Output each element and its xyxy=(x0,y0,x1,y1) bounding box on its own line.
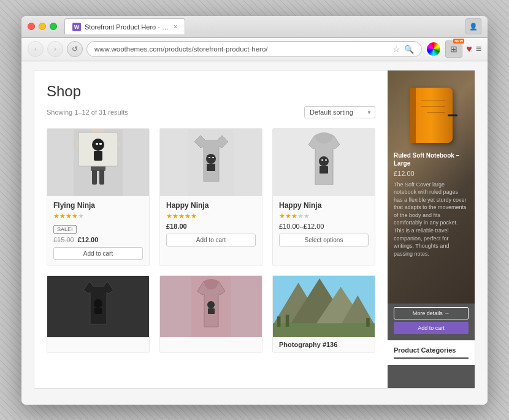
product-info-pink-hoodie xyxy=(160,337,262,345)
select-options-button[interactable]: Select options xyxy=(279,234,369,246)
pink-hoodie-svg xyxy=(191,277,231,337)
product-image-flying-ninja xyxy=(47,129,149,196)
showing-text: Showing 1–12 of 31 results xyxy=(47,109,128,116)
close-button[interactable] xyxy=(28,23,35,30)
sort-wrapper: Default sorting Sort by popularity Sort … xyxy=(304,106,375,118)
svg-rect-18 xyxy=(320,166,328,174)
forward-icon: › xyxy=(54,45,56,53)
product-image-photography xyxy=(273,276,375,337)
product-card-happy-ninja-1: Happy Ninja ★★★★★ £18.00 Add to cart xyxy=(159,128,262,265)
refresh-icon: ↺ xyxy=(72,45,78,53)
new-feature-button[interactable]: ⊞ NEW xyxy=(445,40,462,58)
forward-button[interactable]: › xyxy=(47,41,63,57)
notebook-spine xyxy=(410,88,416,143)
svg-rect-15 xyxy=(212,157,214,158)
hero-product-name: Ruled Soft Notebook – Large xyxy=(394,151,469,167)
shop-sidebar: Ruled Soft Notebook – Large £12.00 The S… xyxy=(388,71,475,388)
product-info-black-tshirt xyxy=(47,337,149,345)
svg-rect-9 xyxy=(96,143,98,145)
notebook-container xyxy=(388,71,475,148)
svg-point-22 xyxy=(94,299,102,308)
refresh-button[interactable]: ↺ xyxy=(67,41,83,57)
product-image-happy-ninja-2 xyxy=(273,129,375,196)
happy-ninja-tshirt-svg xyxy=(188,129,234,196)
landscape-svg xyxy=(273,277,375,337)
original-price-flying-ninja: £15.00 xyxy=(53,236,74,243)
browser-content: Shop Showing 1–12 of 31 results Default … xyxy=(21,61,488,405)
shop-meta: Showing 1–12 of 31 results Default sorti… xyxy=(47,106,375,118)
product-name-photography: Photography #136 xyxy=(279,341,369,348)
notebook-image xyxy=(410,88,453,143)
tab-bar: W Storefront Product Hero - … × xyxy=(64,18,465,34)
add-to-cart-happy-ninja-1[interactable]: Add to cart xyxy=(166,234,256,246)
product-name-happy-ninja-2: Happy Ninja xyxy=(279,201,369,210)
product-stars-happy-ninja-2: ★★★★★ xyxy=(279,212,369,220)
product-grid-row2: Photography #136 xyxy=(47,275,375,353)
traffic-lights xyxy=(28,23,57,30)
title-bar: W Storefront Product Hero - … × 👤 xyxy=(21,16,488,38)
add-to-cart-hero-button[interactable]: Add to cart xyxy=(394,322,469,334)
active-tab[interactable]: W Storefront Product Hero - … × xyxy=(64,18,185,34)
menu-button[interactable]: ≡ xyxy=(476,44,481,55)
svg-rect-19 xyxy=(321,159,323,161)
svg-rect-34 xyxy=(286,315,289,326)
user-profile-button[interactable]: 👤 xyxy=(465,18,481,34)
person-icon: 👤 xyxy=(469,23,478,31)
happy-ninja-hoodie-svg xyxy=(301,129,347,196)
price-row-happy-ninja-1: £18.00 xyxy=(166,223,256,230)
svg-rect-33 xyxy=(277,316,281,327)
bookmark-icon[interactable]: ☆ xyxy=(392,44,400,54)
svg-rect-26 xyxy=(208,308,215,314)
product-image-happy-ninja-1 xyxy=(160,129,262,196)
back-button[interactable]: ‹ xyxy=(28,41,44,57)
shop-title: Shop xyxy=(47,83,375,100)
product-info-flying-ninja: Flying Ninja ★★★★★ SALE! £15.00 £12.00 A… xyxy=(47,196,149,265)
sidebar-hero: Ruled Soft Notebook – Large £12.00 The S… xyxy=(388,71,475,304)
svg-point-12 xyxy=(206,154,216,164)
svg-rect-23 xyxy=(94,308,102,314)
address-bar[interactable]: www.woothemes.com/products/storefront-pr… xyxy=(86,41,422,57)
product-name-flying-ninja: Flying Ninja xyxy=(53,201,143,210)
shop-main: Shop Showing 1–12 of 31 results Default … xyxy=(34,71,388,388)
nav-bar: ‹ › ↺ www.woothemes.com/products/storefr… xyxy=(21,38,488,61)
sale-price-flying-ninja: £12.00 xyxy=(78,236,99,243)
product-grid-row1: Flying Ninja ★★★★★ SALE! £15.00 £12.00 A… xyxy=(47,128,375,265)
search-icon[interactable]: 🔍 xyxy=(404,45,414,54)
svg-rect-10 xyxy=(99,143,102,145)
back-icon: ‹ xyxy=(34,45,37,53)
favorites-button[interactable]: ♥ xyxy=(466,44,472,55)
maximize-button[interactable] xyxy=(50,23,57,30)
tab-favicon: W xyxy=(72,23,81,31)
hero-text-area: Ruled Soft Notebook – Large £12.00 The S… xyxy=(388,148,475,304)
svg-rect-13 xyxy=(207,164,215,171)
hero-description: The Soft Cover large notebook with ruled… xyxy=(394,181,469,258)
product-card-photography: Photography #136 xyxy=(272,275,375,353)
svg-rect-8 xyxy=(94,151,102,161)
camera-button[interactable] xyxy=(426,41,442,57)
notebook-elastic xyxy=(448,114,457,116)
product-info-happy-ninja-1: Happy Ninja ★★★★★ £18.00 Add to cart xyxy=(160,196,262,251)
page-content: Shop Showing 1–12 of 31 results Default … xyxy=(34,70,475,389)
svg-rect-20 xyxy=(325,159,327,161)
hero-price: £12.00 xyxy=(394,170,469,177)
product-card-flying-ninja: Flying Ninja ★★★★★ SALE! £15.00 £12.00 A… xyxy=(47,128,150,265)
minimize-button[interactable] xyxy=(39,23,46,30)
svg-rect-14 xyxy=(209,157,210,158)
price-happy-ninja-1: £18.00 xyxy=(166,223,187,230)
product-info-photography: Photography #136 xyxy=(273,337,375,352)
sale-badge-flying-ninja: SALE! xyxy=(53,225,77,234)
more-details-button[interactable]: More details → xyxy=(394,307,469,319)
address-text: www.woothemes.com/products/storefront-pr… xyxy=(94,45,389,53)
hero-buttons: More details → Add to cart xyxy=(388,304,475,340)
product-stars-flying-ninja: ★★★★★ xyxy=(53,212,143,220)
tab-close-button[interactable]: × xyxy=(174,23,177,30)
add-to-cart-flying-ninja[interactable]: Add to cart xyxy=(53,247,143,260)
product-card-pink-hoodie xyxy=(159,275,262,353)
product-categories-section: Product Categories xyxy=(388,340,475,365)
product-card-happy-ninja-2: Happy Ninja ★★★★★ £10.00–£12.00 Select o… xyxy=(272,128,375,265)
product-image-black-tshirt xyxy=(47,276,149,337)
sort-select[interactable]: Default sorting Sort by popularity Sort … xyxy=(304,106,375,118)
svg-point-17 xyxy=(319,156,329,166)
product-info-happy-ninja-2: Happy Ninja ★★★★★ £10.00–£12.00 Select o… xyxy=(273,196,375,251)
svg-rect-5 xyxy=(99,170,104,185)
